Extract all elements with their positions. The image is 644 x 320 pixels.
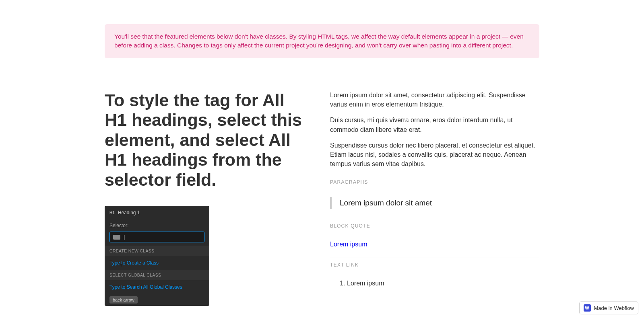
desktop-icon [113, 235, 120, 240]
panel-header: H1 Heading 1 [105, 206, 209, 219]
webflow-badge[interactable]: W Made in Webflow [579, 302, 638, 314]
paragraphs-label: PARAGRAPHS [330, 175, 539, 185]
blockquote: Lorem ipsum dolor sit amet [330, 197, 539, 209]
main-heading: To style the tag for All H1 headings, se… [105, 90, 306, 190]
selector-label: Selector: [109, 223, 204, 228]
select-global-header: SELECT GLOBAL CLASS [105, 270, 209, 280]
caret-icon: ▾ [120, 262, 123, 268]
text-link[interactable]: Lorem ipsum [330, 241, 367, 248]
back-arrow-tag[interactable]: back arrow [109, 296, 138, 304]
h1-badge: H1 [109, 211, 115, 215]
textlink-label: TEXT LINK [330, 258, 539, 268]
paragraph: Duis cursus, mi quis viverra ornare, ero… [330, 115, 539, 134]
list-item: Lorem ipsum [347, 280, 539, 287]
paragraph: Lorem ipsum dolor sit amet, consectetur … [330, 90, 539, 109]
ordered-list: Lorem ipsum [330, 280, 539, 287]
alert-box: You'll see that the featured elements be… [105, 24, 539, 58]
panel-title: Heading 1 [118, 210, 140, 215]
selector-input[interactable]: | [109, 232, 204, 242]
selector-cursor: | [124, 234, 125, 240]
webflow-badge-text: Made in Webflow [594, 305, 634, 311]
selector-panel: H1 Heading 1 Selector: | CREATE NEW CLAS… [105, 206, 209, 306]
alert-text: You'll see that the featured elements be… [114, 32, 530, 50]
create-class-header: CREATE NEW CLASS [105, 246, 209, 256]
content-grid: To style the tag for All H1 headings, se… [105, 90, 539, 306]
right-column: Lorem ipsum dolor sit amet, consectetur … [330, 90, 539, 306]
select-global-action[interactable]: Type to Search All Global Classes [105, 280, 209, 294]
webflow-icon: W [584, 304, 591, 312]
selector-section: Selector: | [105, 219, 209, 246]
blockquote-label: BLOCK QUOTE [330, 219, 539, 229]
left-column: To style the tag for All H1 headings, se… [105, 90, 306, 306]
paragraph: Suspendisse cursus dolor nec libero plac… [330, 141, 539, 169]
page-container: You'll see that the featured elements be… [105, 0, 539, 306]
